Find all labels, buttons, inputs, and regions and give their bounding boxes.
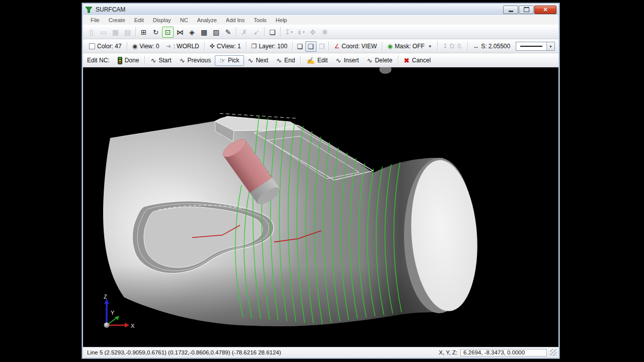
axis-y-label: Y xyxy=(111,310,115,316)
tool-aux1-icon[interactable]: ✥ xyxy=(307,27,318,38)
zoom-window-icon[interactable]: ▩ xyxy=(198,27,210,38)
toolbar-separator xyxy=(292,42,293,51)
cancel-button[interactable]: ✖ Cancel xyxy=(400,56,435,65)
tool-plunge-icon[interactable]: ↡▾ xyxy=(295,27,306,38)
coord-selector[interactable]: ∠ Coord: VIEW xyxy=(331,43,380,50)
save-icon[interactable]: ▦ xyxy=(110,27,121,38)
close-icon: ✕ xyxy=(543,7,547,13)
viewport-frame-icon[interactable]: ❏ xyxy=(267,27,278,38)
zoom-back-icon[interactable]: ▨ xyxy=(210,27,222,38)
toolbar-separator xyxy=(329,42,329,51)
curve-icon: ∿ xyxy=(336,57,341,64)
view-selector[interactable]: ◉ View: 0 xyxy=(129,43,163,50)
scene-3d: Z Y X xyxy=(83,67,558,347)
status-bar: Line 5 (2.5293,-0.9059,0.6761) (0.1732,-… xyxy=(83,347,558,357)
property-bar: Color: 47 ◉ View: 0 ➔ : WORLD ✜ CView: 1… xyxy=(83,39,558,53)
menu-help[interactable]: Help xyxy=(271,17,292,24)
curve-icon: ∿ xyxy=(276,57,282,64)
title-bar[interactable]: SURFCAM ✕ xyxy=(83,4,558,15)
curve-icon: ∿ xyxy=(150,57,156,64)
step-icon: ↔ xyxy=(473,43,479,50)
cview-icon: ✜ xyxy=(210,43,215,50)
tool-down-icon[interactable]: ↧▾ xyxy=(283,27,294,38)
axis-x-label: X xyxy=(131,323,135,329)
edit-button[interactable]: ✍ Edit xyxy=(302,56,332,65)
cancel-x-icon: ✖ xyxy=(404,57,410,64)
zoom-previous-icon[interactable]: ⋈ xyxy=(174,27,186,38)
shaded-cube-icon[interactable]: ❑ xyxy=(305,41,316,52)
zoom-all-icon[interactable]: ⊡ xyxy=(162,27,174,38)
cview-selector[interactable]: ✜ CView: 1 xyxy=(206,43,245,50)
depth-field[interactable]: ↧ D: 0. xyxy=(439,43,466,50)
toolbar-separator xyxy=(398,56,398,65)
toolbar-separator xyxy=(246,42,247,51)
edit-pen-icon: ✍ xyxy=(306,57,314,64)
drag-copy-icon[interactable]: ➹ xyxy=(251,27,262,38)
traffic-light-icon xyxy=(118,57,122,64)
menu-addins[interactable]: Add Ins xyxy=(221,17,249,24)
repaint-icon[interactable]: ✎ xyxy=(222,27,234,38)
xyz-readout: 6.2694, -8.3473, 0.0000 xyxy=(460,349,547,356)
mask-selector[interactable]: ◉ Mask: OFF ▼ xyxy=(384,43,436,50)
print-icon[interactable]: ▤ xyxy=(122,27,133,38)
main-toolbar: ▯ ▭ ▦ ▤ ⊞ ↻ ⊡ ⋈ ◈ ▩ ▨ ✎ ✗ ➹ ❏ ↧▾ ↡▾ ✥ ❃ xyxy=(83,25,558,39)
start-button[interactable]: ∿ Start xyxy=(146,56,175,65)
previous-button[interactable]: ∿ Previous xyxy=(176,56,215,65)
view-label: View: 0 xyxy=(139,43,159,50)
menu-analyze[interactable]: Analyze xyxy=(193,17,221,24)
minimize-button[interactable] xyxy=(503,6,518,14)
menu-edit[interactable]: Edit xyxy=(130,17,148,24)
close-button[interactable]: ✕ xyxy=(534,6,556,14)
window-controls: ✕ xyxy=(503,6,556,14)
surfcam-window: SURFCAM ✕ File Create Edit Display NC An… xyxy=(82,3,560,359)
pick-button[interactable]: ☞ Pick xyxy=(215,55,244,66)
axis-z-label: Z xyxy=(104,294,107,300)
world-label: : WORLD xyxy=(173,43,199,50)
open-icon[interactable]: ▭ xyxy=(98,27,109,38)
toolbar-separator xyxy=(144,56,145,65)
hand-pointer-icon: ☞ xyxy=(219,57,225,64)
zoom-extents-icon[interactable]: ⊞ xyxy=(138,27,149,38)
next-button[interactable]: ∿ Next xyxy=(244,56,273,65)
cview-label: CView: 1 xyxy=(217,43,241,50)
surfcam-logo-icon xyxy=(85,6,93,14)
mask-icon: ◉ xyxy=(387,43,392,50)
color-selector[interactable]: Color: 47 xyxy=(86,43,125,50)
step-field[interactable]: ↔ S: 2.05500 xyxy=(469,43,514,50)
line-style-dropdown[interactable]: ▼ xyxy=(516,42,555,51)
flat-cube-icon[interactable]: ❒ xyxy=(316,41,328,52)
toolbar-separator xyxy=(204,42,205,51)
eye-icon: ◉ xyxy=(132,43,137,50)
toolbar-separator xyxy=(135,27,136,37)
viewport-canvas[interactable]: Z Y X xyxy=(83,67,558,347)
tool-aux2-icon[interactable]: ❃ xyxy=(319,27,331,38)
delete-icon[interactable]: ✗ xyxy=(238,27,250,38)
menu-create[interactable]: Create xyxy=(104,17,130,24)
resize-grip[interactable] xyxy=(550,349,557,356)
model-stub xyxy=(379,67,391,74)
world-indicator[interactable]: ➔ : WORLD xyxy=(163,43,202,50)
edit-nc-bar: Edit NC: Done ∿ Start ∿ Previous ☞ Pick … xyxy=(83,53,558,67)
arrow-icon: ➔ xyxy=(166,43,171,50)
delete-button[interactable]: ∿ Delete xyxy=(363,56,396,65)
end-button[interactable]: ∿ End xyxy=(272,56,299,65)
done-button[interactable]: Done xyxy=(114,56,143,65)
maximize-button[interactable] xyxy=(519,6,534,14)
wireframe-cube-icon[interactable]: ❏ xyxy=(294,41,305,52)
menu-bar: File Create Edit Display NC Analyze Add … xyxy=(83,15,558,25)
coord-label: Coord: VIEW xyxy=(342,43,377,50)
menu-nc[interactable]: NC xyxy=(176,17,193,24)
new-icon[interactable]: ▯ xyxy=(86,27,97,38)
depth-icon: ↧ xyxy=(443,43,448,50)
insert-button[interactable]: ∿ Insert xyxy=(332,56,363,65)
toolbar-separator xyxy=(236,27,236,37)
dropdown-caret-icon: ▾ xyxy=(303,30,305,34)
layer-selector[interactable]: ❐ Layer: 100 xyxy=(248,43,291,50)
menu-display[interactable]: Display xyxy=(148,17,176,24)
rotate-view-icon[interactable]: ↻ xyxy=(150,27,162,38)
menu-file[interactable]: File xyxy=(86,17,104,24)
maximize-icon xyxy=(524,7,529,12)
dropdown-caret-icon: ▾ xyxy=(291,30,293,34)
menu-tools[interactable]: Tools xyxy=(249,17,271,24)
dynamic-view-icon[interactable]: ◈ xyxy=(186,27,198,38)
